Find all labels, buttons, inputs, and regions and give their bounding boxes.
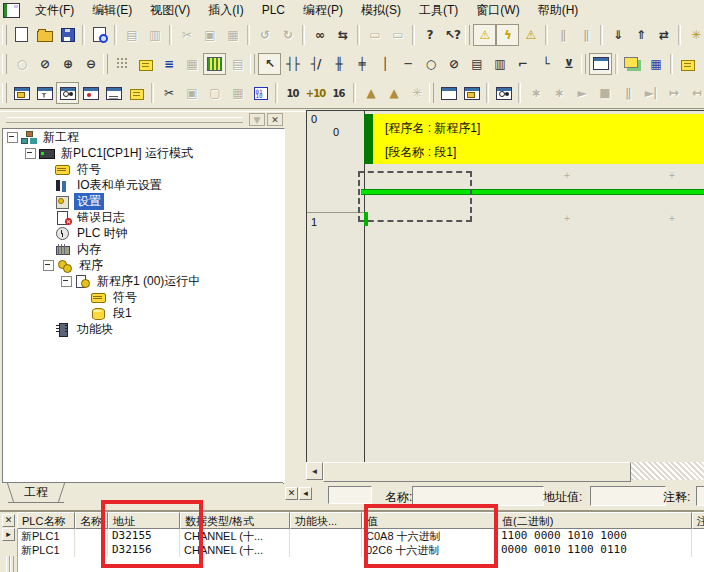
window-output-icon[interactable] bbox=[33, 82, 56, 104]
name-input[interactable] bbox=[412, 486, 544, 506]
menu-item-0[interactable]: 文件(F) bbox=[26, 0, 83, 21]
rung-comment-icon[interactable] bbox=[134, 53, 157, 75]
address-input[interactable] bbox=[590, 486, 666, 506]
monitor-signed-decimal-icon[interactable]: +10 bbox=[304, 82, 327, 104]
watch-close-button[interactable]: ✕ bbox=[2, 514, 15, 527]
watch-column-header[interactable]: 值 bbox=[362, 512, 497, 529]
zoom-in-icon[interactable]: ⊕ bbox=[56, 53, 79, 75]
menu-item-6[interactable]: 模拟(S) bbox=[352, 0, 410, 21]
tree-item-project[interactable]: 新工程 bbox=[3, 129, 284, 145]
new-closed-contact-icon[interactable]: ┤/ bbox=[304, 53, 327, 75]
stack-view-icon[interactable] bbox=[621, 53, 644, 75]
tree-item-error-log[interactable]: 错误日志 bbox=[3, 209, 284, 225]
watch-column-header[interactable]: 名称 bbox=[75, 512, 108, 529]
new-instruction-icon[interactable]: ▤ bbox=[465, 53, 488, 75]
invert-result-icon[interactable]: ⊻ bbox=[557, 53, 580, 75]
open-file-icon[interactable] bbox=[33, 24, 56, 46]
vertical-line-icon[interactable]: │ bbox=[373, 53, 396, 75]
menu-item-5[interactable]: 编程(P) bbox=[294, 0, 352, 21]
menu-item-2[interactable]: 视图(V) bbox=[141, 0, 199, 21]
watch-register-icon[interactable] bbox=[676, 53, 699, 75]
new-or-closed-contact-icon[interactable]: ╪ bbox=[350, 53, 373, 75]
toolbar-grip[interactable] bbox=[2, 83, 7, 103]
watch-column-header[interactable]: 注释 bbox=[692, 512, 704, 529]
window-properties-icon[interactable] bbox=[125, 82, 148, 104]
zoom-to-fit-icon[interactable]: ⊘ bbox=[33, 53, 56, 75]
watch-row[interactable]: 新PLC1D32155CHANNEL (十...C0A8 十六进制1100 00… bbox=[17, 529, 704, 543]
new-contact-icon[interactable]: ┤├ bbox=[281, 53, 304, 75]
ladder-editor[interactable]: 0 0 1 [程序名 : 新程序1] [段名称 : 段1] + + + + bbox=[306, 110, 704, 463]
show-diagram-window-icon[interactable] bbox=[437, 82, 460, 104]
transfer-to-plc-icon[interactable]: ⇓ bbox=[606, 24, 629, 46]
menu-item-3[interactable]: 插入(I) bbox=[199, 0, 252, 21]
bar-collapse-button[interactable]: ◂ bbox=[299, 487, 312, 500]
set-value-up-2-icon[interactable]: ▲ bbox=[382, 82, 405, 104]
io-comment-view-icon[interactable] bbox=[203, 53, 226, 75]
select-mode-icon[interactable]: ↖ bbox=[258, 53, 281, 75]
watch-column-header[interactable]: 地址 bbox=[108, 512, 180, 529]
toggle-grid-icon[interactable] bbox=[111, 53, 134, 75]
horizontal-line-icon[interactable]: ─ bbox=[396, 53, 419, 75]
toolbar-grip[interactable] bbox=[103, 54, 108, 74]
toolbar-grip[interactable] bbox=[2, 54, 7, 74]
find-icon[interactable]: ∞ bbox=[308, 24, 331, 46]
panel-dropdown-button[interactable]: ▼ bbox=[249, 113, 265, 126]
show-mnemonic-window-icon[interactable] bbox=[460, 82, 483, 104]
menu-item-4[interactable]: PLC bbox=[253, 1, 294, 19]
save-icon[interactable] bbox=[56, 24, 79, 46]
ladder-horizontal-scrollbar[interactable]: ◄ bbox=[306, 462, 704, 480]
zoom-out-icon[interactable]: ⊖ bbox=[79, 53, 102, 75]
tree-item-programs[interactable]: 程序 bbox=[3, 257, 284, 273]
context-help-icon[interactable]: ↖? bbox=[441, 24, 464, 46]
watch-grip[interactable] bbox=[10, 556, 14, 572]
scroll-left-button[interactable]: ◄ bbox=[306, 462, 323, 480]
window-explorer-icon[interactable] bbox=[10, 82, 33, 104]
bar-close-button[interactable]: ✕ bbox=[285, 487, 298, 500]
tree-expander-program-1[interactable] bbox=[61, 276, 72, 287]
watch-column-header[interactable]: 功能块... bbox=[290, 512, 362, 529]
monitor-decimal-icon[interactable]: 10 bbox=[281, 82, 304, 104]
line-corner-icon[interactable]: └ bbox=[534, 53, 557, 75]
watch-column-header[interactable]: 值(二进制) bbox=[497, 512, 692, 529]
cell-selection-cursor[interactable] bbox=[358, 171, 472, 222]
monitor-sampling-icon[interactable]: ⚠ bbox=[519, 24, 542, 46]
new-closed-coil-icon[interactable]: ⊘ bbox=[442, 53, 465, 75]
menu-item-1[interactable]: 编辑(E) bbox=[83, 0, 141, 21]
new-or-contact-icon[interactable]: ╫ bbox=[327, 53, 350, 75]
toolbar-grip[interactable] bbox=[250, 54, 255, 74]
panel-grip[interactable] bbox=[6, 117, 243, 123]
view-properties-icon[interactable] bbox=[88, 24, 111, 46]
tree-item-settings[interactable]: 设置 bbox=[3, 193, 284, 209]
tree-item-plc-clock[interactable]: PLC 时钟 bbox=[3, 225, 284, 241]
window-address-reference-icon[interactable] bbox=[102, 82, 125, 104]
menu-item-7[interactable]: 工具(T) bbox=[410, 0, 467, 21]
toolbar-grip[interactable] bbox=[2, 25, 7, 45]
new-inverted-branch-icon[interactable]: ⌐ bbox=[511, 53, 534, 75]
online-edit-begin-icon[interactable]: ✳ bbox=[684, 24, 704, 46]
tree-item-memory[interactable]: 内存 bbox=[3, 241, 284, 257]
binary-monitor-icon[interactable] bbox=[249, 82, 272, 104]
tree-expander-project[interactable] bbox=[7, 132, 18, 143]
monitor-hex-icon[interactable]: 16 bbox=[327, 82, 350, 104]
find-bit-addresses-icon[interactable]: ✂ bbox=[157, 82, 180, 104]
replace-icon[interactable]: ⇆ bbox=[331, 24, 354, 46]
window-cross-reference-icon[interactable] bbox=[79, 82, 102, 104]
new-file-icon[interactable] bbox=[10, 24, 33, 46]
tab-project[interactable]: 工程 bbox=[8, 483, 64, 503]
help-icon[interactable]: ? bbox=[418, 24, 441, 46]
menu-item-9[interactable]: 帮助(H) bbox=[529, 0, 588, 21]
tree-expander-programs[interactable] bbox=[43, 260, 54, 271]
monitor-icon[interactable]: ϟ bbox=[496, 24, 519, 46]
panel-close-button[interactable]: ✕ bbox=[267, 113, 283, 126]
tree-item-plc[interactable]: 新PLC1[CP1H] 运行模式 bbox=[3, 145, 284, 161]
scrollbar-thumb[interactable] bbox=[323, 462, 631, 482]
tree-item-function-blocks[interactable]: 功能块 bbox=[3, 321, 284, 337]
comment-input[interactable] bbox=[696, 486, 704, 506]
tree-item-section-1[interactable]: 段1 bbox=[3, 305, 284, 321]
set-value-up-1-icon[interactable]: ▲ bbox=[359, 82, 382, 104]
tree-item-program-1[interactable]: 新程序1 (00)运行中 bbox=[3, 273, 284, 289]
tree-item-io-table[interactable]: IO表和单元设置 bbox=[3, 177, 284, 193]
transfer-from-plc-icon[interactable]: ⇑ bbox=[629, 24, 652, 46]
watch-column-header[interactable]: PLC名称 bbox=[17, 512, 75, 529]
compare-with-plc-icon[interactable]: ⇄ bbox=[652, 24, 675, 46]
